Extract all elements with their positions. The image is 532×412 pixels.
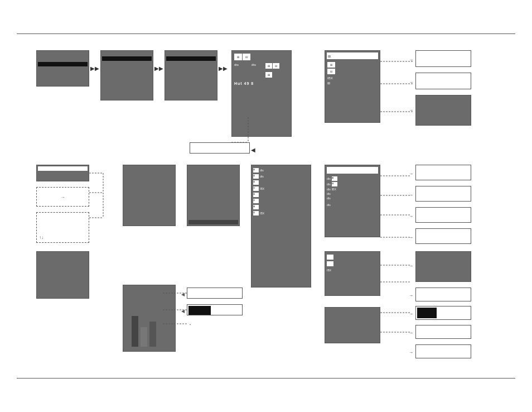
arrow-to-r3: → bbox=[409, 108, 413, 113]
arrow-f2: ◀ bbox=[181, 309, 185, 314]
d-dts2: dts bbox=[260, 175, 264, 178]
box-h bbox=[325, 307, 380, 343]
right-box-6 bbox=[415, 207, 471, 223]
right-box-10 bbox=[415, 306, 471, 320]
arrow-to-r2: → bbox=[409, 80, 413, 85]
icon-sq-5: ⊞ bbox=[265, 72, 272, 78]
d-icon5: ⊞ bbox=[253, 193, 259, 197]
r2-ibx: IBX bbox=[332, 188, 336, 191]
arrow-r5: → bbox=[409, 193, 413, 198]
d-ibx2: IBX bbox=[260, 212, 264, 215]
right-box-3 bbox=[415, 95, 471, 126]
d-icon2: ⊞ bbox=[253, 174, 259, 179]
arrow-r11: → bbox=[409, 330, 413, 336]
arrow-1: ▶ bbox=[90, 65, 99, 71]
arrow-r9: → bbox=[409, 293, 413, 298]
box-a-dashed: → bbox=[36, 187, 89, 207]
small-dot-f: • bbox=[190, 323, 191, 326]
box-g: IBX bbox=[325, 251, 380, 296]
arrow-r4: → bbox=[409, 171, 413, 176]
right-box-1 bbox=[415, 50, 471, 67]
arrow-to-r1: → bbox=[409, 58, 413, 63]
b5-icon2: ⊟ bbox=[327, 69, 335, 74]
dts-label-1: dts bbox=[234, 63, 239, 66]
right-box-2 bbox=[415, 73, 471, 89]
r2-dts3: dts bbox=[327, 188, 331, 191]
icon-sq-4: ⊟ bbox=[273, 63, 279, 69]
bar-1 bbox=[132, 316, 138, 347]
d-icon6: ⊟ bbox=[253, 199, 259, 203]
sort-icon: ↑↓ bbox=[39, 235, 43, 240]
icon-sq-3: ⊞ bbox=[265, 63, 272, 69]
input-f2[interactable] bbox=[187, 304, 243, 315]
d-icon3: ⊞ bbox=[253, 180, 259, 185]
box5-label: ⊞ bbox=[328, 54, 331, 58]
right-box-7 bbox=[415, 228, 471, 244]
box-4: ⊞ ⊟ dts dts ⊞ ⊟ ⊞ Hut 49 8 bbox=[231, 50, 292, 137]
right-box-11 bbox=[415, 325, 471, 339]
arrow-r7: → bbox=[409, 235, 413, 240]
r2-icon1: ⊞ bbox=[332, 176, 337, 181]
arrow-r6: → bbox=[409, 214, 413, 219]
box-d: ⊞ dts ⊞ dts ⊞ ⊟ IBX ⊞ ⊟ ⊠ ⊟ IBX bbox=[251, 165, 311, 288]
box-b bbox=[123, 165, 176, 226]
icon-sq-2: ⊟ bbox=[243, 54, 250, 60]
arrow-r8: → bbox=[409, 264, 413, 269]
box-f bbox=[123, 285, 176, 352]
box-3 bbox=[165, 50, 217, 100]
input-fill bbox=[188, 306, 211, 315]
g-icon1 bbox=[327, 255, 333, 260]
inner-arrow: → bbox=[61, 194, 65, 199]
dashed-connector-2 bbox=[380, 50, 419, 151]
left-arrow-1: ◀ bbox=[251, 147, 255, 153]
right-box-9 bbox=[415, 288, 471, 301]
d-icon8: ⊟ bbox=[253, 211, 259, 215]
b5-ibx1: IBX bbox=[327, 76, 335, 80]
arrow-f1: ◀ bbox=[181, 292, 185, 297]
dashed-left-connectors bbox=[89, 165, 106, 237]
g-icon2 bbox=[327, 261, 333, 266]
right-fill bbox=[417, 308, 437, 318]
top-divider-line bbox=[17, 33, 515, 34]
d-icon1: ⊞ bbox=[253, 168, 259, 173]
right-box-8 bbox=[415, 251, 471, 282]
arrow-3: ▶ bbox=[219, 65, 228, 71]
box-r2-top: dts ⊞ dts ⊟ dts IBX dts dts dts bbox=[325, 165, 380, 237]
d-dts1: dts bbox=[260, 169, 264, 172]
bottom-divider-line bbox=[17, 378, 515, 379]
g-ibx: IBX bbox=[327, 269, 333, 272]
r2-dts5: dts bbox=[327, 197, 331, 200]
arrow-r12: → bbox=[409, 350, 413, 355]
d-icon7: ⊠ bbox=[253, 205, 259, 209]
b5-small: ⊞ bbox=[327, 81, 335, 85]
hut-label: Hut 49 8 bbox=[234, 82, 254, 85]
right-box-4 bbox=[415, 165, 471, 180]
box-2 bbox=[100, 50, 153, 100]
r2-dts2: dts bbox=[327, 183, 331, 186]
box-a bbox=[36, 165, 89, 181]
r2-dts1: dts bbox=[327, 177, 331, 180]
box-5: ⊞ ⊞ ⊟ IBX ⊞ bbox=[325, 50, 380, 123]
box-1 bbox=[36, 50, 89, 87]
sort-box: ↑↓ bbox=[36, 212, 89, 243]
dashed-connector-gh bbox=[380, 251, 419, 352]
b5-icon1: ⊞ bbox=[327, 62, 335, 68]
input-box-1[interactable] bbox=[190, 142, 250, 154]
dts-label-2: dts bbox=[252, 63, 256, 66]
bar-2 bbox=[141, 327, 147, 347]
input-f1[interactable] bbox=[187, 288, 243, 299]
box-e bbox=[36, 251, 89, 299]
d-icon4: ⊟ bbox=[253, 186, 259, 191]
d-ibx1: IBX bbox=[260, 187, 264, 190]
bar-3 bbox=[149, 322, 156, 347]
icon-sq-1: ⊞ bbox=[234, 54, 242, 60]
right-box-5 bbox=[415, 186, 471, 202]
arrow-2: ▶ bbox=[154, 65, 163, 71]
r2-bottom-label: dts bbox=[327, 203, 337, 207]
arrow-r10: → bbox=[409, 312, 413, 317]
r2-dts4: dts bbox=[327, 192, 331, 195]
r2-icon2: ⊟ bbox=[332, 182, 337, 186]
box-c bbox=[187, 165, 240, 226]
right-box-12 bbox=[415, 344, 471, 358]
dashed-connector-r2 bbox=[380, 165, 419, 265]
